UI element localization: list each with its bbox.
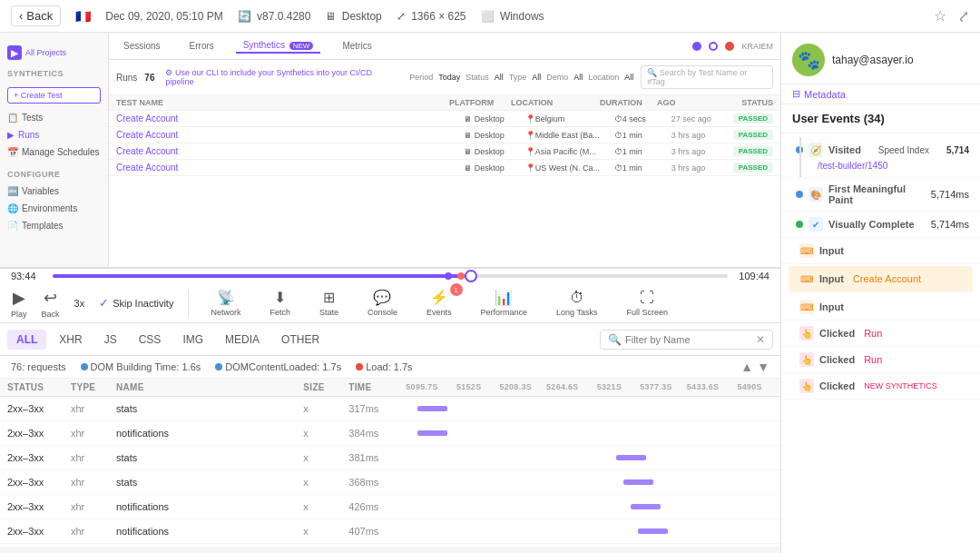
sort-down-arrow[interactable]: ▼ — [757, 360, 769, 374]
fmp-value: 5,714ms — [931, 189, 969, 200]
net-row-2[interactable]: 2xx–3xx xhr stats x 381ms — [0, 446, 780, 470]
top-bar-icons: ☆ ⤤ — [934, 7, 969, 25]
run-row-3[interactable]: Create Account 🖥Desktop 📍US West (N. Ca.… — [109, 160, 780, 176]
net-size-3: x — [303, 477, 348, 488]
run-row-2[interactable]: Create Account 🖥Desktop 📍Asia Pacific (M… — [109, 143, 780, 160]
net-row-0[interactable]: 2xx–3xx xhr stats x 317ms — [0, 397, 780, 421]
run-table: Test Name Platform Location Duration Ago… — [109, 95, 780, 176]
synth-templates-item[interactable]: 📄Templates — [0, 217, 108, 234]
kraiem-link[interactable]: KRAIEM — [741, 42, 773, 51]
event-visited-row: 🧭 Visited Speed Index 5,714 — [792, 143, 969, 157]
fullscreen-tool-btn[interactable]: ⛶ Full Screen — [619, 288, 675, 319]
filter-search-box[interactable]: 🔍 ✕ — [600, 330, 773, 350]
back-control-button[interactable]: ↩ Back — [42, 288, 60, 319]
net-time-2: 381ms — [348, 452, 398, 463]
filter-js-tab[interactable]: JS — [95, 330, 126, 350]
location-icon-2: 📍 — [525, 147, 535, 156]
net-name-5: notifications — [116, 526, 303, 537]
run-status-1: PASSED — [733, 130, 773, 140]
events-tool-btn[interactable]: ⚡ 1 Events — [419, 287, 459, 319]
location-icon-3: 📍 — [525, 163, 535, 173]
create-test-btn[interactable]: + Create Test — [7, 87, 101, 104]
net-row-5[interactable]: 2xx–3xx xhr notifications x 407ms — [0, 519, 780, 544]
synth-schedules-item[interactable]: 📅Manage Schedules — [0, 143, 108, 161]
net-type-5: xhr — [71, 526, 116, 537]
net-row-3[interactable]: 2xx–3xx xhr stats x 368ms — [0, 470, 780, 495]
run-name-0[interactable]: Create Account — [116, 114, 456, 123]
run-name-3[interactable]: Create Account — [116, 163, 456, 173]
runs-search[interactable]: 🔍 Search by Test Name or #Tag — [641, 65, 773, 89]
net-status-1: 2xx–3xx — [7, 428, 71, 439]
dom-content-loaded-dot — [215, 363, 222, 370]
clock-icon-1: ⏱ — [614, 131, 622, 140]
network-tool-btn[interactable]: 📡 Network — [203, 287, 248, 319]
col-status-header: STATUS — [7, 382, 71, 392]
metrics-tab[interactable]: Metrics — [335, 39, 378, 53]
timeline-thumb[interactable] — [465, 270, 477, 282]
ci-link[interactable]: ⚙ Use our CLI to include your Synthetics… — [165, 68, 402, 86]
state-tool-btn[interactable]: ⊞ State — [312, 287, 346, 319]
run-row-0[interactable]: Create Account 🖥Desktop 📍Belgium ⏱4 secs… — [109, 111, 780, 127]
demo-value[interactable]: All — [573, 73, 583, 82]
skip-inactivity-toggle[interactable]: ✓ Skip Inactivity — [99, 296, 173, 310]
sort-up-arrow[interactable]: ▲ — [740, 360, 753, 374]
status-value[interactable]: All — [495, 73, 504, 82]
browser-inner: ▶ All Projects Synthetics + Create Test … — [0, 33, 780, 267]
synth-variables-item[interactable]: 🔤Variables — [0, 183, 108, 200]
console-tool-btn[interactable]: 💬 Console — [360, 287, 405, 319]
filter-close-icon[interactable]: ✕ — [756, 333, 765, 346]
period-value[interactable]: Today — [438, 73, 460, 82]
synthetics-tab[interactable]: Synthetics NEW — [236, 38, 321, 54]
net-size-1: x — [303, 428, 348, 439]
run-row-1[interactable]: Create Account 🖥Desktop 📍Middle East (Ba… — [109, 127, 780, 143]
filter-search-input[interactable] — [625, 334, 752, 345]
event-input-2-row: ⌨ Input Create Account — [799, 272, 962, 286]
back-button[interactable]: ‹ Back — [11, 5, 61, 26]
share-icon[interactable]: ⤤ — [957, 7, 969, 25]
check-icon: ✓ — [99, 296, 109, 310]
all-projects-link[interactable]: All Projects — [25, 48, 66, 57]
sessions-tab[interactable]: Sessions — [116, 39, 168, 53]
run-name-1[interactable]: Create Account — [116, 130, 456, 140]
filter-all-tab[interactable]: ALL — [7, 330, 46, 350]
long-tasks-tool-btn[interactable]: ⏱ Long Tasks — [549, 288, 604, 319]
col-status-header: Status — [719, 98, 773, 107]
col-name-header: Test Name — [116, 98, 442, 107]
metadata-link[interactable]: ⊟ Metadata — [781, 84, 980, 104]
filter-search-icon: 🔍 — [608, 333, 622, 346]
location-value[interactable]: All — [624, 73, 633, 82]
errors-tab[interactable]: Errors — [182, 39, 221, 53]
version-info: 🔄 v87.0.4280 — [238, 10, 311, 23]
speed-badge[interactable]: 3x — [74, 298, 85, 309]
metadata-icon: ⊟ — [792, 88, 800, 100]
controls-bar: ▶ Play ↩ Back 3x ✓ Skip Inactivity 📡 Net… — [0, 283, 780, 322]
timeline-bar: 93:44 109:44 — [0, 269, 780, 283]
play-button[interactable]: ▶ Play — [11, 288, 27, 319]
filter-other-tab[interactable]: OTHER — [272, 330, 328, 350]
fetch-tool-btn[interactable]: ⬇ Fetch — [262, 287, 298, 319]
status-dot-3 — [725, 42, 734, 51]
run-status-0: PASSED — [733, 114, 773, 123]
visited-path[interactable]: /test-builder/1450 — [818, 161, 887, 171]
star-icon[interactable]: ☆ — [934, 7, 946, 25]
user-info: 🐾 tahay@asayer.io — [781, 33, 980, 84]
synth-tests-item[interactable]: 📋Tests — [0, 109, 108, 126]
synth-envs-item[interactable]: 🌐Environments — [0, 200, 108, 217]
event-click-3: 👆 Clicked NEW SYNTHETICS — [781, 373, 980, 400]
clock-icon-2: ⏱ — [614, 147, 622, 156]
run-name-2[interactable]: Create Account — [116, 146, 456, 156]
net-row-1[interactable]: 2xx–3xx xhr notifications x 384ms — [0, 421, 780, 446]
filter-xhr-tab[interactable]: XHR — [50, 330, 91, 350]
performance-tool-btn[interactable]: 📊 Performance — [474, 287, 535, 319]
filter-img-tab[interactable]: IMG — [173, 330, 212, 350]
run-ago-3: 3 hrs ago — [671, 163, 726, 173]
browser-tabs: Sessions Errors Synthetics NEW Metrics — [116, 38, 379, 54]
synth-runs-item[interactable]: ▶Runs — [0, 126, 108, 143]
filter-css-tab[interactable]: CSS — [130, 330, 171, 350]
click-icon-1: 👆 — [799, 326, 814, 341]
type-value[interactable]: All — [532, 73, 541, 82]
filter-media-tab[interactable]: MEDIA — [216, 330, 269, 350]
timeline-track[interactable] — [53, 274, 728, 278]
net-row-4[interactable]: 2xx–3xx xhr notifications x 426ms — [0, 495, 780, 519]
stats-bar: 76: requests DOM Building Time: 1.6s DOM… — [0, 356, 780, 379]
